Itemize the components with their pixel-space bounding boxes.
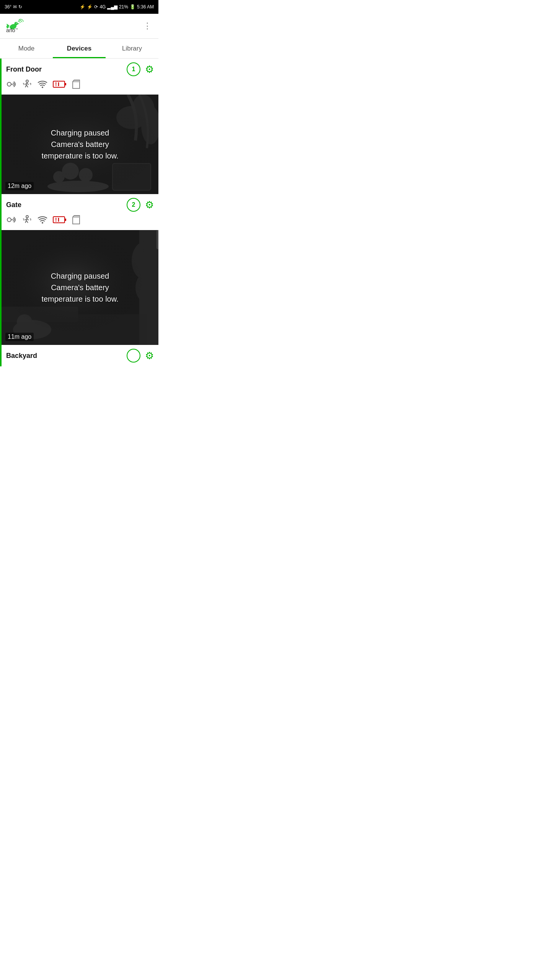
motion-icon-front-door bbox=[22, 80, 32, 90]
settings-button-gate[interactable]: ⚙ bbox=[145, 200, 154, 210]
svg-point-16 bbox=[42, 87, 43, 88]
svg-text:arlo™: arlo™ bbox=[6, 27, 18, 33]
svg-line-41 bbox=[26, 220, 28, 223]
wifi-status-icon: ⟳ bbox=[94, 4, 98, 10]
svg-rect-46 bbox=[65, 219, 66, 221]
alert-badge-gate[interactable]: 2 bbox=[127, 198, 140, 212]
sync-icon: ↻ bbox=[18, 4, 22, 10]
gmail-icon: ✉ bbox=[13, 4, 17, 10]
bluetooth-icon: ⚡ bbox=[80, 4, 85, 10]
camera-feed-front-door[interactable]: Charging paused Camera's battery tempera… bbox=[2, 95, 158, 194]
tab-devices[interactable]: Devices bbox=[53, 39, 106, 58]
settings-button-backyard[interactable]: ⚙ bbox=[145, 351, 154, 361]
camera-name-backyard: Backyard bbox=[6, 352, 37, 360]
charging-paused-text-front-door: Charging paused Camera's battery tempera… bbox=[41, 127, 118, 162]
audio-icon-front-door bbox=[6, 80, 17, 91]
wifi-icon-gate bbox=[37, 216, 47, 225]
svg-point-10 bbox=[26, 80, 28, 82]
svg-point-6 bbox=[16, 23, 17, 23]
camera-controls-gate: 2 ⚙ bbox=[127, 198, 154, 212]
timestamp-gate: 11m ago bbox=[5, 333, 34, 341]
header: arlo™ ⋮ bbox=[0, 14, 158, 39]
camera-name-gate: Gate bbox=[6, 201, 21, 209]
svg-text:!: ! bbox=[55, 217, 57, 223]
camera-controls-backyard: ⚙ bbox=[127, 349, 154, 363]
wifi-icon-front-door bbox=[37, 80, 47, 90]
flash-icon: ⚡ bbox=[87, 4, 93, 10]
lte-icon: 4G bbox=[99, 4, 106, 10]
alert-badge-front-door[interactable]: 1 bbox=[127, 62, 140, 76]
tab-mode[interactable]: Mode bbox=[0, 39, 53, 58]
svg-point-38 bbox=[26, 216, 28, 218]
camera-header-backyard: Backyard ⚙ bbox=[6, 349, 154, 363]
temperature: 36° bbox=[5, 4, 11, 10]
camera-icons-row-front-door: ! bbox=[2, 79, 158, 95]
menu-button[interactable]: ⋮ bbox=[143, 22, 152, 30]
battery-percent: 21% bbox=[119, 4, 128, 10]
settings-button-front-door[interactable]: ⚙ bbox=[145, 64, 154, 74]
arlo-logo: arlo™ bbox=[6, 18, 26, 34]
timestamp-front-door: 12m ago bbox=[5, 182, 34, 190]
camera-card-backyard: Backyard ⚙ bbox=[0, 345, 158, 366]
camera-header-front-door: Front Door 1 ⚙ bbox=[2, 59, 158, 79]
battery-warning-icon-gate: ! bbox=[53, 216, 67, 225]
camera-name-front-door: Front Door bbox=[6, 65, 42, 74]
alert-badge-backyard[interactable] bbox=[127, 349, 140, 363]
status-bar: 36° ✉ ↻ ⚡ ⚡ ⟳ 4G ▂▄▆ 21% 🔋 5:36 AM bbox=[0, 0, 158, 14]
svg-marker-2 bbox=[18, 23, 20, 24]
svg-rect-64 bbox=[156, 230, 158, 249]
camera-card-gate: Gate 2 ⚙ bbox=[0, 194, 158, 345]
svg-point-8 bbox=[7, 82, 11, 86]
audio-icon-gate bbox=[6, 215, 17, 226]
motion-icon-gate bbox=[22, 215, 32, 226]
tab-library[interactable]: Library bbox=[106, 39, 158, 58]
time: 5:36 AM bbox=[137, 4, 154, 10]
signal-icon: ▂▄▆ bbox=[107, 4, 117, 10]
camera-controls-front-door: 1 ⚙ bbox=[127, 62, 154, 76]
svg-point-36 bbox=[7, 218, 11, 222]
svg-line-43 bbox=[27, 219, 29, 220]
battery-icon: 🔋 bbox=[130, 4, 135, 10]
charging-paused-text-gate: Charging paused Camera's battery tempera… bbox=[41, 270, 118, 305]
tab-bar: Mode Devices Library bbox=[0, 39, 158, 59]
svg-point-44 bbox=[42, 222, 43, 224]
svg-text:!: ! bbox=[55, 81, 57, 87]
status-right: ⚡ ⚡ ⟳ 4G ▂▄▆ 21% 🔋 5:36 AM bbox=[80, 4, 154, 10]
svg-point-1 bbox=[14, 22, 18, 25]
camera-feed-gate[interactable]: Charging paused Camera's battery tempera… bbox=[2, 230, 158, 345]
logo-svg: arlo™ bbox=[6, 18, 26, 34]
battery-warning-icon-front-door: ! bbox=[53, 80, 67, 90]
camera-header-gate: Gate 2 ⚙ bbox=[2, 194, 158, 215]
svg-line-15 bbox=[27, 83, 29, 85]
sd-card-icon-front-door bbox=[72, 79, 80, 91]
sd-card-icon-gate bbox=[72, 215, 80, 226]
camera-icons-row-gate: ! bbox=[2, 215, 158, 230]
camera-card-front-door: Front Door 1 ⚙ bbox=[0, 59, 158, 194]
svg-line-13 bbox=[26, 85, 28, 87]
svg-rect-18 bbox=[65, 83, 66, 85]
status-left: 36° ✉ ↻ bbox=[5, 4, 22, 10]
